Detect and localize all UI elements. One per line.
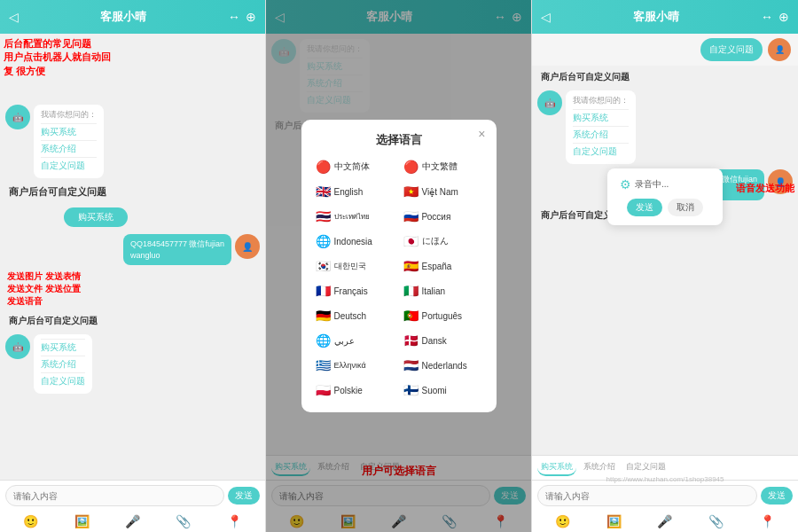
lang-item-english[interactable]: 🇬🇧 English	[314, 182, 396, 201]
panel3-back-icon[interactable]: ◁	[541, 10, 551, 24]
panel1-link-custom[interactable]: 自定义问题	[41, 157, 97, 174]
panel3-mic-icon[interactable]: 🎤	[657, 514, 672, 528]
panel3-image-icon[interactable]: 🖼️	[606, 514, 622, 528]
panel1-link-custom2[interactable]: 自定义问题	[41, 372, 85, 389]
lang-label-danish: Dansk	[422, 336, 447, 346]
lang-item-japan[interactable]: 🇯🇵 にほん	[402, 231, 484, 251]
panel3-recording-status: ⚙ 录音中...	[620, 177, 710, 192]
lang-label-finnish: Suomi	[422, 386, 447, 395]
lang-item-portuguese[interactable]: 🇵🇹 Português	[402, 306, 484, 325]
lang-item-thai[interactable]: 🇹🇭 ประเทศไทย	[314, 207, 396, 226]
lang-label-zh-simplified: 中文简体	[334, 160, 370, 173]
panel3-header: ◁ 客服小晴 ↔ ⊕	[532, 0, 798, 34]
lang-label-english: English	[334, 187, 364, 197]
flag-portuguese: 🇵🇹	[403, 309, 419, 323]
panel1-send-button[interactable]: 发送	[228, 487, 260, 505]
panel1-input-row: 发送	[0, 481, 265, 511]
panel3-link-custom[interactable]: 自定义问题	[573, 143, 629, 160]
panel1-link-buy[interactable]: 购买系统	[41, 123, 97, 140]
panel3-header-icons: ↔ ⊕	[761, 10, 789, 24]
panel1-back-icon[interactable]: ◁	[9, 10, 19, 24]
panel1-link-intro[interactable]: 系统介绍	[41, 140, 97, 157]
lang-label-korea: 대한민국	[334, 261, 366, 272]
lang-item-danish[interactable]: 🇩🇰 Dansk	[402, 331, 484, 350]
lang-label-portuguese: Português	[422, 311, 463, 321]
flag-french: 🇫🇷	[316, 284, 331, 298]
panel1-image-icon[interactable]: 🖼️	[74, 514, 90, 528]
flag-danish: 🇩🇰	[403, 333, 419, 348]
flag-indonesia: 🌐	[316, 234, 331, 248]
lang-item-russia[interactable]: 🇷🇺 Россия	[402, 207, 484, 226]
panel1-link-intro2[interactable]: 系统介绍	[41, 356, 85, 372]
lang-label-zh-trad: 中文繁體	[422, 160, 458, 173]
lang-item-polish[interactable]: 🇵🇱 Polskie	[314, 380, 396, 400]
lang-item-zh-simplified[interactable]: 🔴 中文简体	[314, 157, 396, 176]
flag-dutch: 🇳🇱	[403, 358, 419, 372]
panel1-link-buy2[interactable]: 购买系统	[41, 339, 85, 356]
lang-item-indonesia[interactable]: 🌐 Indonesia	[314, 231, 396, 251]
panel3-tab-buy[interactable]: 购买系统	[537, 459, 576, 476]
panel3-header-user-avatar: 👤	[768, 38, 791, 61]
panel3-translate-icon[interactable]: ↔	[761, 10, 773, 24]
panel1-buy-button[interactable]: 购买系统	[64, 207, 128, 227]
panel3-link-intro[interactable]: 系统介绍	[573, 126, 629, 143]
panel3-link-buy[interactable]: 购买系统	[573, 109, 629, 126]
lang-item-greek[interactable]: 🇬🇷 Ελληνικά	[314, 356, 396, 375]
panel1-user-avatar: 👤	[235, 234, 260, 259]
panel1-quick-reply-bubble2: 购买系统 系统介绍 自定义问题	[34, 334, 92, 394]
panel1-user-msg-row: 👤 QQ1845457777 微信fujianwangluo	[5, 234, 260, 265]
flag-german: 🇩🇪	[316, 309, 331, 323]
lang-item-zh-trad[interactable]: 🔴 中文繁體	[402, 157, 484, 176]
lang-item-french[interactable]: 🇫🇷 Français	[314, 281, 396, 301]
panel3-recording-popup: ⚙ 录音中... 发送 取消	[607, 168, 723, 225]
lang-label-dutch: Nederlands	[422, 361, 467, 371]
panel1-bot-msg-row2: 🤖 购买系统 系统介绍 自定义问题	[5, 334, 260, 394]
panel3-tab-custom[interactable]: 自定义问题	[622, 459, 669, 476]
panel3-send-button[interactable]: 发送	[761, 487, 793, 505]
panel3-tab-intro[interactable]: 系统介绍	[580, 459, 619, 476]
panel-3: ◁ 客服小晴 ↔ ⊕ 自定义问题 👤 商户后台可自定义问题 🤖 我请你想问的： …	[532, 0, 798, 532]
lang-label-russia: Россия	[422, 212, 451, 222]
lang-item-arabic[interactable]: 🌐 عربي	[314, 331, 396, 350]
panel1-bot-msg-row: 🤖 我请你想问的： 购买系统 系统介绍 自定义问题	[5, 105, 260, 178]
panel2-modal-close[interactable]: ×	[478, 127, 485, 141]
lang-label-polish: Polskie	[334, 386, 363, 395]
lang-label-italian: Italian	[422, 286, 446, 296]
panel3-plus-icon[interactable]: ⊕	[778, 10, 789, 24]
panel3-chat-input[interactable]	[537, 485, 757, 506]
panel3-file-icon[interactable]: 📎	[708, 514, 724, 528]
panel1-location-icon[interactable]: 📍	[227, 514, 242, 528]
lang-item-german[interactable]: 🇩🇪 Deutsch	[314, 306, 396, 325]
panel2-lang-grid: 🔴 中文简体 🔴 中文繁體 🇬🇧 English 🇻🇳 Việt Nam	[314, 157, 484, 400]
panel1-quick-reply-bubble: 我请你想问的： 购买系统 系统介绍 自定义问题	[34, 105, 104, 178]
lang-item-finnish[interactable]: 🇫🇮 Suomi	[402, 380, 484, 400]
panel3-send-recording-button[interactable]: 发送	[627, 199, 662, 216]
panel1-file-icon[interactable]: 📎	[176, 514, 191, 528]
panel1-translate-icon[interactable]: ↔	[228, 10, 240, 24]
panel1-emoji-icon[interactable]: 🙂	[23, 514, 38, 528]
panel3-chat-area: 商户后台可自定义问题 🤖 我请你想问的： 购买系统 系统介绍 自定义问题 👤 Q…	[532, 66, 798, 455]
lang-item-italian[interactable]: 🇮🇹 Italian	[402, 281, 484, 301]
panel3-cancel-recording-button[interactable]: 取消	[668, 199, 703, 216]
lang-item-korea[interactable]: 🇰🇷 대한민국	[314, 256, 396, 276]
panel1-icon-row: 🙂 🖼️ 🎤 📎 📍	[0, 511, 265, 532]
lang-item-vietnam[interactable]: 🇻🇳 Việt Nam	[402, 182, 484, 201]
panel3-tabs-row: 购买系统 系统介绍 自定义问题	[532, 456, 798, 481]
lang-label-vietnam: Việt Nam	[422, 187, 458, 197]
panel3-location-icon[interactable]: 📍	[760, 514, 775, 528]
lang-label-arabic: عربي	[334, 336, 355, 346]
panel3-recording-buttons: 发送 取消	[620, 199, 710, 216]
panel1-buy-btn-container: 购买系统	[34, 206, 260, 229]
panel1-plus-icon[interactable]: ⊕	[246, 10, 256, 24]
panel1-chat-input[interactable]	[5, 485, 224, 506]
lang-label-indonesia: Indonesia	[334, 237, 372, 246]
lang-label-thai: ประเทศไทย	[334, 211, 370, 223]
panel3-emoji-icon[interactable]: 🙂	[555, 514, 570, 528]
flag-thai: 🇹🇭	[316, 209, 331, 223]
panel3-quick-reply-bubble: 我请你想问的： 购买系统 系统介绍 自定义问题	[566, 90, 636, 164]
lang-item-spain[interactable]: 🇪🇸 España	[402, 256, 484, 276]
panel3-custom-button[interactable]: 自定义问题	[700, 38, 763, 61]
panel1-mic-icon[interactable]: 🎤	[125, 514, 140, 528]
lang-item-dutch[interactable]: 🇳🇱 Nederlands	[402, 356, 484, 375]
panel1-user-bubble: QQ1845457777 微信fujianwangluo	[123, 234, 231, 265]
